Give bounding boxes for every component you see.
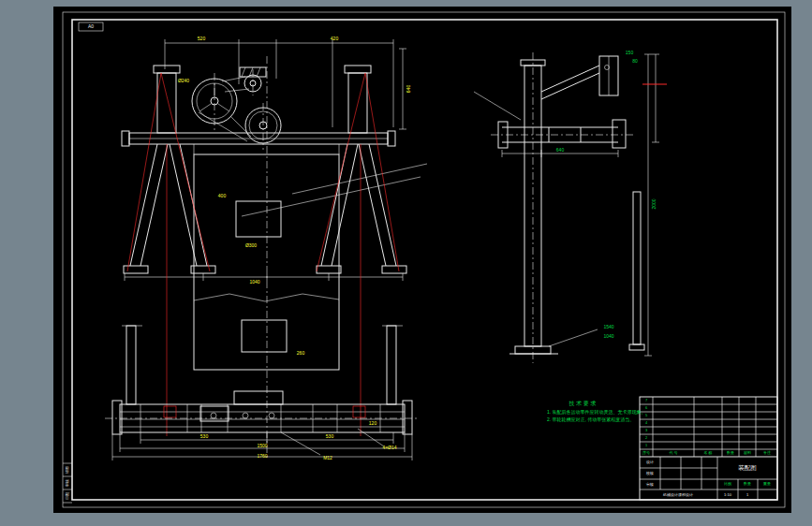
cad-viewport: 520420640Ø240400Ø30026010405305301500176… bbox=[0, 0, 812, 526]
drawing-canvas bbox=[53, 7, 791, 513]
engineering-drawing bbox=[0, 0, 812, 526]
